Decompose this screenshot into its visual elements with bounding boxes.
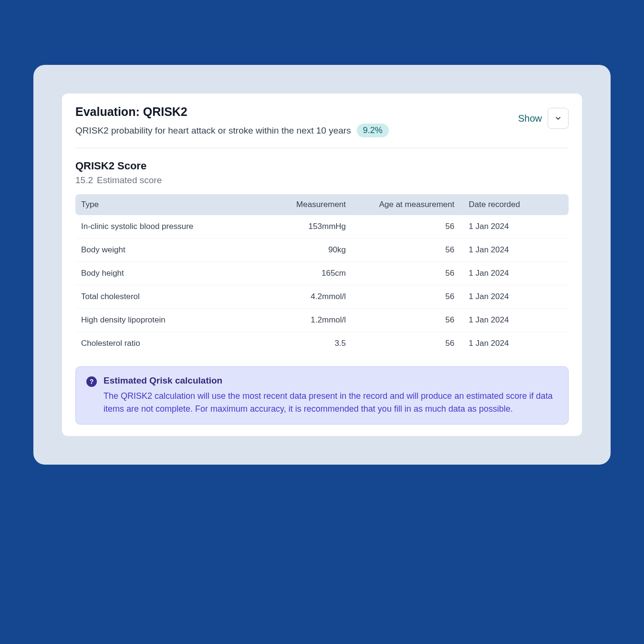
- table-row: Total cholesterol 4.2mmol/l 56 1 Jan 202…: [75, 285, 569, 309]
- table-row: Cholesterol ratio 3.5 56 1 Jan 2024: [75, 332, 569, 355]
- cell-measurement: 3.5: [263, 332, 352, 355]
- table-row: High density lipoprotein 1.2mmol/l 56 1 …: [75, 309, 569, 332]
- info-content: Estimated Qrisk calculation The QRISK2 c…: [104, 375, 558, 415]
- score-section: QRISK2 Score 15.2 Estimated score Type M…: [75, 148, 569, 425]
- cell-date: 1 Jan 2024: [460, 332, 569, 355]
- cell-type: Total cholesterol: [75, 285, 263, 309]
- info-text: The QRISK2 calculation will use the most…: [104, 390, 558, 415]
- chevron-down-icon: [554, 114, 562, 122]
- show-link[interactable]: Show: [518, 113, 542, 124]
- cell-type: Body height: [75, 262, 263, 285]
- cell-age: 56: [352, 332, 460, 355]
- card-header-right: Show: [518, 105, 569, 129]
- score-value: 15.2: [75, 175, 93, 186]
- table-row: Body weight 90kg 56 1 Jan 2024: [75, 239, 569, 262]
- header-type: Type: [75, 194, 263, 215]
- cell-age: 56: [352, 309, 460, 332]
- cell-type: In-clinic systolic blood pressure: [75, 215, 263, 239]
- cell-type: High density lipoprotein: [75, 309, 263, 332]
- header-date: Date recorded: [460, 194, 569, 215]
- info-box: ? Estimated Qrisk calculation The QRISK2…: [75, 366, 569, 425]
- cell-age: 56: [352, 285, 460, 309]
- cell-age: 56: [352, 239, 460, 262]
- cell-measurement: 165cm: [263, 262, 352, 285]
- cell-measurement: 90kg: [263, 239, 352, 262]
- cell-date: 1 Jan 2024: [460, 239, 569, 262]
- cell-date: 1 Jan 2024: [460, 285, 569, 309]
- card-subtitle-row: QRISK2 probability for heart attack or s…: [75, 124, 518, 137]
- header-age: Age at measurement: [352, 194, 460, 215]
- card-title: Evaluation: QRISK2: [75, 105, 518, 119]
- card-header-left: Evaluation: QRISK2 QRISK2 probability fo…: [75, 105, 518, 137]
- cell-measurement: 1.2mmol/l: [263, 309, 352, 332]
- card-subtitle: QRISK2 probability for heart attack or s…: [75, 125, 351, 136]
- table-header-row: Type Measurement Age at measurement Date…: [75, 194, 569, 215]
- cell-measurement: 153mmHg: [263, 215, 352, 239]
- dropdown-button[interactable]: [548, 108, 569, 129]
- measurements-table: Type Measurement Age at measurement Date…: [75, 194, 569, 355]
- cell-type: Body weight: [75, 239, 263, 262]
- cell-age: 56: [352, 215, 460, 239]
- table-body: In-clinic systolic blood pressure 153mmH…: [75, 215, 569, 355]
- cell-measurement: 4.2mmol/l: [263, 285, 352, 309]
- info-title: Estimated Qrisk calculation: [104, 375, 558, 386]
- cell-date: 1 Jan 2024: [460, 215, 569, 239]
- cell-date: 1 Jan 2024: [460, 309, 569, 332]
- score-label: Estimated score: [97, 175, 162, 186]
- card-header: Evaluation: QRISK2 QRISK2 probability fo…: [75, 105, 569, 148]
- panel-container: Evaluation: QRISK2 QRISK2 probability fo…: [33, 65, 611, 465]
- header-measurement: Measurement: [263, 194, 352, 215]
- cell-age: 56: [352, 262, 460, 285]
- probability-badge: 9.2%: [357, 124, 389, 137]
- evaluation-card: Evaluation: QRISK2 QRISK2 probability fo…: [62, 93, 582, 436]
- score-subtitle-row: 15.2 Estimated score: [75, 175, 569, 186]
- cell-date: 1 Jan 2024: [460, 262, 569, 285]
- table-row: In-clinic systolic blood pressure 153mmH…: [75, 215, 569, 239]
- cell-type: Cholesterol ratio: [75, 332, 263, 355]
- score-title: QRISK2 Score: [75, 160, 569, 172]
- question-icon: ?: [86, 376, 97, 387]
- table-row: Body height 165cm 56 1 Jan 2024: [75, 262, 569, 285]
